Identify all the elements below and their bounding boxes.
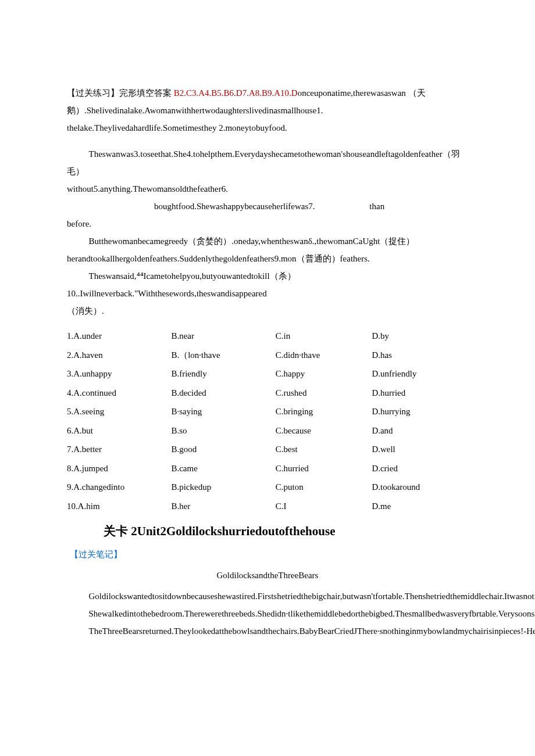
options-table: 1.A.underB.nearC.inD.by 2.A.havenB.（lon·… <box>67 327 468 515</box>
paragraph-3a: Butthewomanbecamegreedy（贪婪的）.oneday,when… <box>67 232 468 250</box>
table-row: 9.A.changedintoB.pickedupC.putonD.tookar… <box>67 478 468 497</box>
table-row: 5.A.seeingB·sayingC.bringingD.hurrying <box>67 402 468 421</box>
story-p1: Goldilockswantedtositdownbecauseshewasti… <box>67 587 468 605</box>
paragraph-4a: Theswansaid,⁴⁴Icametohelpyou,butyouwante… <box>67 267 468 302</box>
unit-heading: 关卡 2Unit2Goldilockshurriedoutofthehouse <box>67 519 468 543</box>
story-title: GoldilocksandtheThreeBears <box>67 567 468 584</box>
table-row: 2.A.havenB.（lon·thaveC.didn·thaveD.has <box>67 346 468 365</box>
table-row: 10.A.himB.herC.ID.me <box>67 497 468 516</box>
notes-label: 【过关笔记】 <box>67 546 468 563</box>
paragraph-2c: boughtfood.Shewashappybecauseherlifewas7… <box>67 198 468 215</box>
paragraph-3b: herandtookallhergoldenfeathers.Suddenlyt… <box>67 250 468 267</box>
table-row: 4.A.continuedB.decidedC.rushedD.hurried <box>67 384 468 403</box>
paragraph-2a: Theswanwas3.toseethat.She4.tohelpthem.Ev… <box>67 145 468 180</box>
story-p2: Shewalkedintothebedroom.Therewerethreebe… <box>67 605 468 622</box>
table-row: 1.A.underB.nearC.inD.by <box>67 327 468 346</box>
answer-key: B2.C3.A4.B5.B6.D7.A8.B9.A10.D <box>174 88 298 98</box>
paragraph-before: before. <box>67 215 468 232</box>
table-row: 3.A.unhappyB.friendlyC.happyD.unfriendly <box>67 364 468 384</box>
paragraph-4b: （消失）. <box>67 302 468 320</box>
paragraph-2b: without5.anything.Thewomansoldthefeather… <box>67 180 468 198</box>
exercise-header: 【过关练习】完形填空答案 B2.C3.A4.B5.B6.D7.A8.B9.A10… <box>67 84 468 137</box>
table-row: 7.A.betterB.goodC.bestD.well <box>67 440 468 459</box>
story-p3: TheThreeBearsreturned.Theylookedatthebow… <box>67 622 468 640</box>
table-row: 8.A.jumpedB.cameC.hurriedD.cried <box>67 459 468 478</box>
table-row: 6.A.butB.soC.becauseD.and <box>67 421 468 440</box>
